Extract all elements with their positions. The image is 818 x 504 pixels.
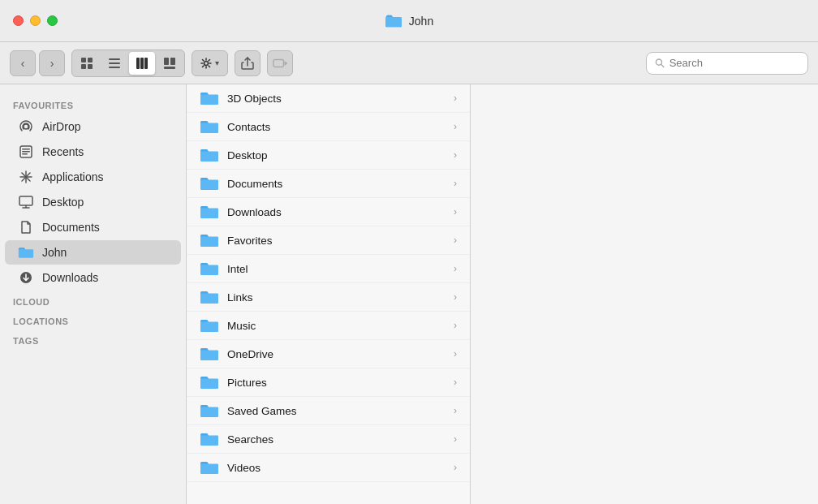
svg-rect-9 [144,58,148,69]
list-item[interactable]: Videos› [187,454,470,482]
file-name: Music [227,320,256,332]
folder-icon [200,147,219,163]
svg-rect-2 [81,64,86,69]
gear-icon [200,58,212,69]
svg-rect-3 [88,64,93,69]
list-item[interactable]: Searches› [187,425,470,454]
folder-icon [200,289,219,305]
back-button[interactable]: ‹ [10,50,36,76]
list-item[interactable]: Contacts› [187,113,470,141]
file-name: OneDrive [227,348,273,360]
svg-rect-6 [109,67,120,68]
list-item[interactable]: Music› [187,312,470,340]
list-item[interactable]: Documents› [187,170,470,198]
view-buttons [71,50,185,77]
svg-rect-4 [109,58,120,60]
chevron-right-icon: › [454,433,457,445]
desktop-icon [18,194,34,210]
svg-rect-0 [81,58,86,62]
svg-rect-14 [273,59,284,67]
chevron-right-icon: › [454,149,457,161]
list-item[interactable]: Intel› [187,255,470,283]
share-button[interactable] [235,50,260,76]
list-item[interactable]: Pictures› [187,368,470,397]
view-column-button[interactable] [129,52,155,75]
chevron-right-icon: › [454,93,457,104]
chevron-right-icon: › [454,206,457,218]
view-list-button[interactable] [101,52,127,75]
close-button[interactable] [13,15,24,26]
folder-icon [200,90,219,106]
title-bar: John [0,0,818,42]
svg-rect-26 [19,196,32,205]
window-controls [13,15,58,26]
window-title: John [409,15,433,28]
title-area: John [385,14,433,28]
svg-point-13 [204,61,209,65]
toolbar: ‹ › [0,42,818,84]
file-name: Contacts [227,121,270,133]
folder-icon [200,204,219,220]
svg-rect-7 [136,58,140,69]
list-item[interactable]: Downloads› [187,198,470,226]
main-content: Favourites AirDrop Recents [0,84,818,504]
group-button[interactable]: ▾ [192,50,228,76]
share-icon [241,57,254,70]
sidebar-item-recents[interactable]: Recents [5,140,181,164]
chevron-right-icon: › [454,320,457,331]
chevron-right-icon: › [454,377,457,388]
file-name: Pictures [227,377,267,389]
sidebar-header-favourites: Favourites [0,94,186,114]
folder-icon [200,374,219,390]
minimize-button[interactable] [30,15,41,26]
svg-line-16 [661,64,664,67]
search-input[interactable] [669,57,799,69]
sidebar-item-documents[interactable]: Documents [5,215,181,239]
view-icon-button[interactable] [74,52,100,75]
sidebar-item-airdrop[interactable]: AirDrop [5,114,181,139]
sidebar-item-applications[interactable]: Applications [5,165,181,189]
sidebar-item-desktop[interactable]: Desktop [5,190,181,214]
view-gallery-button[interactable] [157,52,183,75]
maximize-button[interactable] [47,15,58,26]
sidebar: Favourites AirDrop Recents [0,84,187,504]
svg-rect-21 [22,153,28,155]
forward-button[interactable]: › [39,50,65,76]
list-item[interactable]: 3D Objects› [187,84,470,113]
chevron-right-icon: › [454,121,457,132]
file-name: Searches [227,433,273,446]
airdrop-icon [18,118,34,135]
sidebar-item-downloads[interactable]: Downloads [5,265,181,290]
applications-icon [18,169,34,185]
downloads-icon [18,269,34,286]
folder-icon [18,244,34,261]
folder-icon [200,232,219,248]
gallery-icon [163,57,176,70]
forward-icon: › [50,57,54,70]
list-item[interactable]: Desktop› [187,141,470,170]
grid-icon [80,57,93,70]
sidebar-item-john[interactable]: John [5,240,181,265]
sidebar-header-tags: Tags [0,330,186,349]
sidebar-item-label: Documents [42,221,100,234]
sidebar-item-label: Applications [42,170,104,183]
svg-rect-1 [88,58,93,62]
preview-pane [471,84,818,504]
folder-icon [200,118,219,135]
chevron-right-icon: › [454,263,457,274]
list-item[interactable]: Favorites› [187,226,470,255]
list-item[interactable]: Links› [187,283,470,312]
sidebar-item-label: Desktop [42,196,84,209]
sidebar-item-label: John [42,246,67,259]
sidebar-header-icloud: iCloud [0,291,186,310]
svg-rect-19 [22,149,30,150]
recents-icon [18,144,34,160]
svg-rect-12 [164,67,175,69]
list-item[interactable]: OneDrive› [187,340,470,368]
svg-point-17 [24,124,28,129]
file-name: Intel [227,263,248,275]
list-item[interactable]: Saved Games› [187,397,470,425]
search-bar[interactable] [646,52,808,75]
list-icon [108,57,121,70]
tag-button[interactable] [267,50,293,76]
